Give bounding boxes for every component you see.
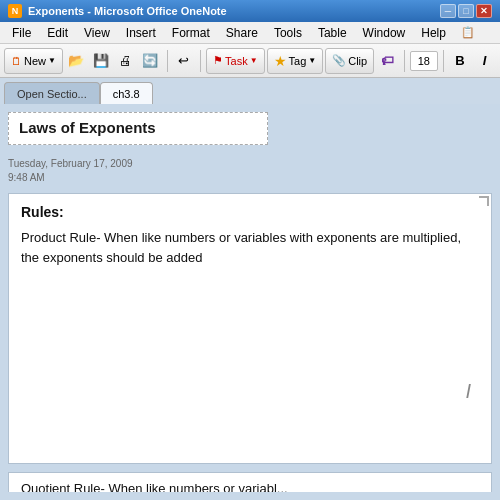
bold-button[interactable]: B (449, 49, 472, 73)
save-button[interactable]: 💾 (90, 49, 113, 73)
cursor-indicator: I (465, 380, 471, 403)
cutoff-label: Quotient Rule- When like numbers or vari… (21, 481, 288, 492)
main-area: Laws of Exponents Tuesday, February 17, … (0, 104, 500, 500)
close-button[interactable]: ✕ (476, 4, 492, 18)
undo-button[interactable]: ↩ (172, 49, 195, 73)
minimize-button[interactable]: ─ (440, 4, 456, 18)
task-label: Task (225, 55, 248, 67)
note-heading: Rules: (21, 204, 479, 220)
open-button[interactable]: 📂 (65, 49, 88, 73)
page-title: Laws of Exponents (19, 119, 257, 136)
title-bar-label: Exponents - Microsoft Office OneNote (28, 5, 227, 17)
onenote-flag[interactable]: 🏷 (376, 49, 399, 73)
menu-insert[interactable]: Insert (118, 24, 164, 42)
page-date-line1: Tuesday, February 17, 2009 (8, 158, 133, 169)
print-button[interactable]: 🖨 (114, 49, 137, 73)
tag-arrow: ▼ (308, 56, 316, 65)
tab-ch38-label: ch3.8 (113, 88, 140, 100)
new-label: New (24, 55, 46, 67)
toolbar: 🗒 New ▼ 📂 💾 🖨 🔄 ↩ ⚑ Task ▼ ★ Tag ▼ 📎 Cli… (0, 44, 500, 78)
page-date: Tuesday, February 17, 2009 9:48 AM (8, 157, 492, 185)
title-bar: N Exponents - Microsoft Office OneNote ─… (0, 0, 500, 22)
clip-button[interactable]: 📎 Clip (325, 48, 374, 74)
menu-table[interactable]: Table (310, 24, 355, 42)
menu-help[interactable]: Help (413, 24, 454, 42)
bottom-cutoff-text: Quotient Rule- When like numbers or vari… (8, 472, 492, 492)
menu-edit[interactable]: Edit (39, 24, 76, 42)
page-header-section: Laws of Exponents (8, 112, 492, 145)
page-title-box: Laws of Exponents (8, 112, 268, 145)
separator-4 (443, 50, 444, 72)
task-button[interactable]: ⚑ Task ▼ (206, 48, 265, 74)
resize-handle[interactable] (479, 196, 489, 206)
tabs-area: Open Sectio... ch3.8 (0, 78, 500, 104)
task-icon: ⚑ (213, 54, 223, 67)
tag-button[interactable]: ★ Tag ▼ (267, 48, 324, 74)
page-time: 9:48 AM (8, 172, 45, 183)
new-icon: 🗒 (11, 55, 22, 67)
menu-tools[interactable]: Tools (266, 24, 310, 42)
menu-share[interactable]: Share (218, 24, 266, 42)
italic-button[interactable]: I (473, 49, 496, 73)
note-body: Product Rule- When like numbers or varia… (21, 228, 479, 267)
clip-icon: 📎 (332, 54, 346, 67)
font-size-input[interactable] (410, 51, 438, 71)
app-icon: N (8, 4, 22, 18)
help-icon-btn[interactable]: 📋 (456, 21, 480, 45)
separator-1 (167, 50, 168, 72)
sync-button[interactable]: 🔄 (139, 49, 162, 73)
menu-view[interactable]: View (76, 24, 118, 42)
note-content-box[interactable]: Rules: Product Rule- When like numbers o… (8, 193, 492, 464)
task-arrow: ▼ (250, 56, 258, 65)
tab-open-section[interactable]: Open Sectio... (4, 82, 100, 104)
new-dropdown-arrow: ▼ (48, 56, 56, 65)
window-controls: ─ □ ✕ (440, 4, 492, 18)
separator-3 (404, 50, 405, 72)
star-icon: ★ (274, 53, 287, 69)
maximize-button[interactable]: □ (458, 4, 474, 18)
menu-window[interactable]: Window (355, 24, 414, 42)
clip-label: Clip (348, 55, 367, 67)
tab-open-section-label: Open Sectio... (17, 88, 87, 100)
new-button[interactable]: 🗒 New ▼ (4, 48, 63, 74)
menu-file[interactable]: File (4, 24, 39, 42)
note-body-text: Product Rule- When like numbers or varia… (21, 228, 479, 267)
separator-2 (200, 50, 201, 72)
menu-format[interactable]: Format (164, 24, 218, 42)
tab-ch38[interactable]: ch3.8 (100, 82, 153, 104)
menu-bar: File Edit View Insert Format Share Tools… (0, 22, 500, 44)
tag-label: Tag (289, 55, 307, 67)
